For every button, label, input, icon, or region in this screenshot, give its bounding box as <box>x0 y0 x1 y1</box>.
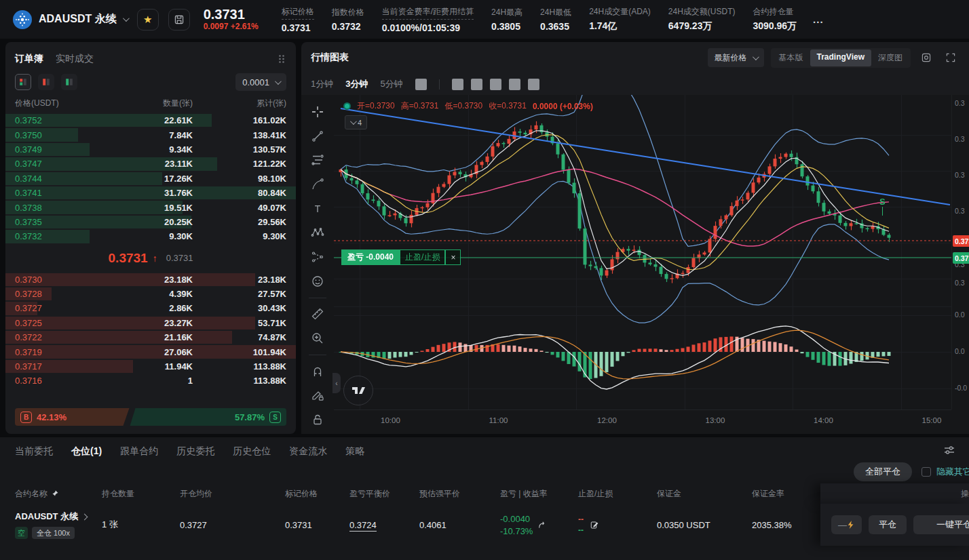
positions-tab[interactable]: 资金流水 <box>289 445 327 458</box>
ask-row[interactable]: 0.3747 23.11K 121.22K <box>5 157 296 171</box>
ask-row[interactable]: 0.3735 20.25K 29.56K <box>5 215 296 229</box>
ruler-icon[interactable] <box>307 304 328 324</box>
positions-tab[interactable]: 历史委托 <box>176 445 214 458</box>
share-pnl-icon[interactable] <box>537 520 547 529</box>
chart-view-tab[interactable]: TradingView <box>810 49 871 66</box>
candle-style-icon[interactable] <box>452 79 463 90</box>
bid-row[interactable]: 0.3716 1 113.88K <box>5 374 296 388</box>
bid-price: 0.3728 <box>15 289 83 299</box>
position-symbol-link[interactable]: ADAUSDT 永续 <box>15 511 102 523</box>
take-profit-value: -- <box>578 515 584 524</box>
tick-size-dropdown[interactable]: 0.0001 <box>235 73 286 91</box>
bid-row[interactable]: 0.3728 4.39K 27.57K <box>5 287 296 301</box>
pin-icon[interactable] <box>51 489 59 498</box>
close-all-button[interactable]: 全部平仓 <box>854 462 912 481</box>
xabcd-pattern-icon[interactable] <box>307 222 328 243</box>
bid-row[interactable]: 0.3725 23.27K 53.71K <box>5 316 296 330</box>
indicators-icon[interactable] <box>471 79 482 90</box>
interval-tab[interactable]: 5分钟 <box>380 78 402 90</box>
tradingview-logo[interactable] <box>343 376 373 405</box>
bid-row[interactable]: 0.3727 2.86K 30.43K <box>5 301 296 315</box>
bid-row[interactable]: 0.3730 23.18K 23.18K <box>5 273 296 287</box>
divider <box>309 355 326 355</box>
macd-axis-label: 0.0 <box>955 347 965 355</box>
positions-tab[interactable]: 策略 <box>345 445 364 458</box>
price-mode-dropdown[interactable]: 最新价格 <box>708 48 764 67</box>
bid-price: 0.3716 <box>15 376 83 386</box>
drawing-lock-icon[interactable] <box>307 386 328 406</box>
indicator-collapse-box[interactable]: 4 <box>345 115 367 129</box>
crosshair-icon[interactable] <box>307 102 328 122</box>
last-price-axis-tag: 0.3731 <box>953 235 969 247</box>
ask-row[interactable]: 0.3749 9.34K 130.57K <box>5 142 296 157</box>
time-label: 13:00 <box>706 416 725 424</box>
bid-row[interactable]: 0.3717 11.94K 113.88K <box>5 359 296 374</box>
position-breakeven-price[interactable]: 0.3724 <box>349 520 377 532</box>
chevron-right-icon <box>81 513 88 520</box>
indicator-count: 4 <box>358 119 362 127</box>
ask-row[interactable]: 0.3741 31.76K 80.84K <box>5 186 296 200</box>
ask-row[interactable]: 0.3732 9.30K 9.30K <box>5 229 296 243</box>
interval-tab[interactable]: 1分钟 <box>311 78 333 90</box>
edit-tpsl-icon[interactable] <box>590 520 600 530</box>
bid-price: 0.3730 <box>15 275 83 285</box>
ask-price: 0.3735 <box>15 217 83 227</box>
header-stat: 合约持仓量 3090.96万 <box>753 6 797 33</box>
bid-row[interactable]: 0.3722 21.16K 74.87K <box>5 330 296 344</box>
text-tool-icon[interactable]: T <box>307 199 328 219</box>
tab-trades[interactable]: 实时成交 <box>56 53 94 65</box>
favorite-button[interactable]: ★ <box>137 9 159 31</box>
brush-icon[interactable] <box>307 174 328 195</box>
quick-close-toggle[interactable]: — <box>831 515 862 534</box>
symbol-selector[interactable]: ADAUSDT 永续 <box>12 9 128 30</box>
mid-mark-price: 0.3731 <box>166 253 193 263</box>
view-mode-combined-button[interactable] <box>15 74 31 90</box>
positions-tab[interactable]: 仓位(1) <box>71 445 102 458</box>
view-mode-asks-button[interactable] <box>38 74 54 90</box>
settings-icon[interactable] <box>528 79 539 90</box>
price-mode-value: 最新价格 <box>715 52 747 64</box>
ask-row[interactable]: 0.3752 22.61K 161.02K <box>5 113 296 127</box>
interval-more-icon[interactable] <box>415 79 427 90</box>
emoji-icon[interactable] <box>307 271 328 292</box>
magnet-icon[interactable] <box>307 361 328 382</box>
position-price-axis-tag: 0.3727 <box>953 252 969 264</box>
bid-row[interactable]: 0.3719 27.06K 101.94K <box>5 344 296 359</box>
chart-view-tab[interactable]: 基本版 <box>772 49 810 66</box>
tab-orderbook[interactable]: 订单簿 <box>15 53 43 65</box>
ask-row[interactable]: 0.3744 17.26K 98.10K <box>5 172 296 186</box>
ask-row[interactable]: 0.3738 19.51K 49.07K <box>5 200 296 214</box>
fib-retracement-icon[interactable] <box>307 150 328 170</box>
tpsl-button[interactable]: 止盈/止损 <box>400 249 445 265</box>
flash-close-button[interactable]: 一键平仓 <box>913 515 969 534</box>
compare-icon[interactable] <box>490 79 501 90</box>
time-axis[interactable]: 10:0011:0012:0013:0014:0015:00 <box>334 409 951 434</box>
drag-handle-icon[interactable] <box>277 54 286 64</box>
hide-others-checkbox[interactable] <box>922 467 931 477</box>
lock-all-icon[interactable] <box>307 409 328 430</box>
view-mode-bids-button[interactable] <box>61 74 77 90</box>
series-toggle-dot[interactable] <box>343 102 351 110</box>
trend-line-icon[interactable] <box>307 126 328 146</box>
zoom-in-icon[interactable] <box>307 328 328 348</box>
alert-icon[interactable] <box>509 79 520 90</box>
positions-tab[interactable]: 当前委托 <box>15 445 53 458</box>
table-settings-icon[interactable] <box>943 444 955 456</box>
margin-mode-badge[interactable]: 全仓 100x <box>32 527 75 539</box>
forecast-icon[interactable] <box>307 247 328 267</box>
chart-view-tab[interactable]: 深度图 <box>871 49 909 66</box>
more-menu-button[interactable]: ... <box>813 14 824 25</box>
price-axis[interactable]: 0.30.30.30.30.30.3 0.00.0-0.0 0.3731 0.3… <box>951 95 969 409</box>
fullscreen-button[interactable] <box>942 49 960 66</box>
col-margin-rate: 保证金率 <box>752 488 820 500</box>
positions-tab[interactable]: 跟单合约 <box>120 445 158 458</box>
interval-tab[interactable]: 3分钟 <box>345 78 368 90</box>
save-layout-button[interactable] <box>168 9 190 31</box>
screenshot-button[interactable] <box>917 49 935 66</box>
bid-total: 27.57K <box>210 289 286 299</box>
ask-row[interactable]: 0.3750 7.84K 138.41K <box>5 127 296 142</box>
toolbar-collapse-handle[interactable]: ‹ <box>332 373 341 393</box>
close-position-tag-button[interactable]: × <box>445 249 461 265</box>
positions-tab[interactable]: 历史仓位 <box>233 445 271 458</box>
close-position-button[interactable]: 平仓 <box>869 515 907 534</box>
